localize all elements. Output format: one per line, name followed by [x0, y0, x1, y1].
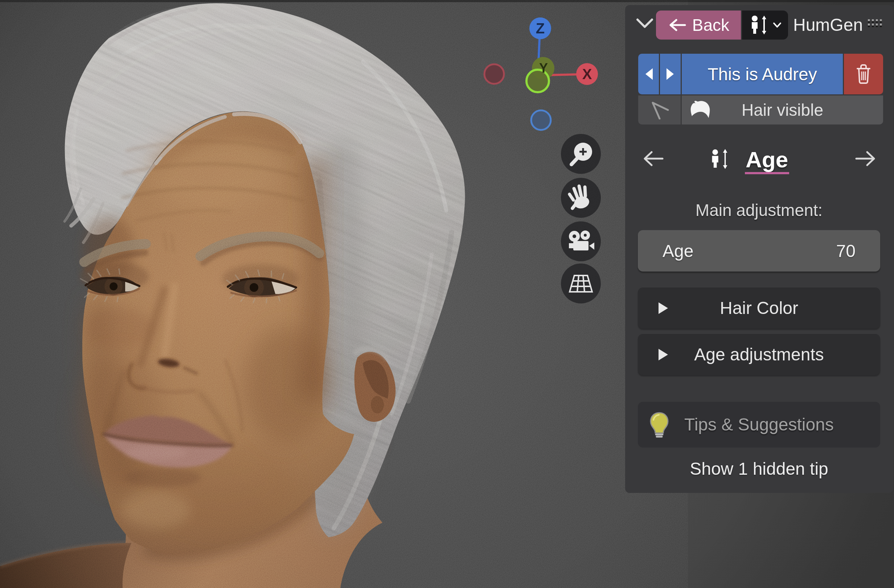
svg-text:Z: Z	[536, 20, 545, 36]
svg-text:X: X	[582, 66, 592, 82]
svg-text:Y: Y	[539, 60, 548, 76]
